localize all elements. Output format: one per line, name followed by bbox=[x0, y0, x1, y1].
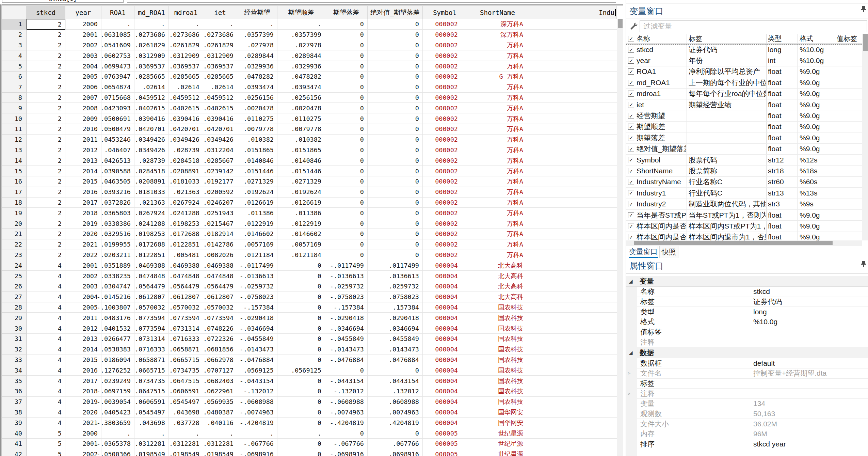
variable-checkbox[interactable]: ✓ bbox=[628, 124, 634, 130]
cell-IndustryName[interactable] bbox=[528, 344, 617, 355]
cell-qwlc[interactable]: -.157384 bbox=[325, 302, 368, 313]
cell-stkcd[interactable]: 2 bbox=[27, 239, 65, 250]
row-number-cell[interactable]: 11 bbox=[2, 124, 27, 135]
cell-jdz[interactable]: 0 bbox=[368, 124, 423, 135]
cell-stkcd[interactable]: 2 bbox=[27, 229, 65, 239]
cell-iet[interactable]: .0261829 bbox=[203, 40, 237, 51]
cell-md_ROA1[interactable]: .0312909 bbox=[134, 50, 169, 61]
cell-IndustryName[interactable] bbox=[528, 40, 617, 51]
cell-jyqw[interactable]: -.0136613 bbox=[237, 271, 277, 281]
cell-iet[interactable]: .0215467 bbox=[203, 218, 237, 229]
cell-qwsc[interactable]: . bbox=[277, 19, 325, 30]
row-number-cell[interactable]: 28 bbox=[2, 302, 27, 313]
cell-Symbol[interactable]: 000004 bbox=[423, 397, 467, 407]
row-number-cell[interactable]: 2 bbox=[2, 30, 27, 40]
col-header-format[interactable]: 格式 bbox=[800, 34, 813, 43]
row-number-cell[interactable]: 42 bbox=[2, 449, 27, 456]
cell-IndustryName[interactable] bbox=[528, 198, 617, 208]
cell-Symbol[interactable]: 000002 bbox=[423, 82, 467, 93]
cell-iet[interactable]: .0748226 bbox=[203, 323, 237, 334]
variable-row[interactable]: ✓期望落差float%9.0g bbox=[626, 132, 862, 143]
cell-jyqw[interactable]: .0289844 bbox=[237, 50, 277, 61]
cell-ROA1[interactable]: .0602753 bbox=[101, 50, 134, 61]
cell-mdroa1[interactable]: . bbox=[169, 428, 203, 439]
cell-iet[interactable]: .0773594 bbox=[203, 313, 237, 323]
cell-stkcd[interactable]: 4 bbox=[27, 271, 65, 281]
cell-ROA1[interactable]: .046407 bbox=[101, 145, 134, 156]
cell-qwlc[interactable]: 0 bbox=[325, 155, 368, 166]
col-header-name[interactable]: 名称 bbox=[637, 34, 650, 43]
cell-ROA1[interactable]: .0538383 bbox=[101, 344, 134, 355]
cell-mdroa1[interactable]: .0312909 bbox=[169, 50, 203, 61]
cell-Symbol[interactable]: 000004 bbox=[423, 313, 467, 323]
cell-stkcd[interactable]: 4 bbox=[27, 344, 65, 355]
cell-iet[interactable]: .0142786 bbox=[203, 239, 237, 250]
cell-year[interactable]: 2018 bbox=[65, 386, 101, 397]
cell-Symbol[interactable]: 000004 bbox=[423, 365, 467, 376]
cell-md_ROA1[interactable]: .02614 bbox=[134, 82, 169, 93]
cell-Symbol[interactable]: 000004 bbox=[423, 407, 467, 418]
cell-md_ROA1[interactable]: .0606591 bbox=[134, 397, 169, 407]
cell-md_ROA1[interactable]: .0241288 bbox=[134, 218, 169, 229]
cell-mdroa1[interactable]: .005481 bbox=[169, 250, 203, 261]
cell-jdz[interactable]: 0 bbox=[368, 72, 423, 82]
variables-horizontal-scrollbar[interactable] bbox=[626, 240, 862, 246]
cell-md_ROA1[interactable]: .0402615 bbox=[134, 103, 169, 113]
cell-ROA1[interactable]: -.0039054 bbox=[101, 397, 134, 407]
cell-qwlc[interactable]: 0 bbox=[325, 50, 368, 61]
cell-qwsc[interactable]: .0121184 bbox=[277, 250, 325, 261]
cell-ShortName[interactable]: 万科A bbox=[467, 40, 528, 51]
cell-year[interactable]: 2011 bbox=[65, 313, 101, 323]
cell-qwsc[interactable]: .010382 bbox=[277, 135, 325, 145]
variable-checkbox[interactable]: ✓ bbox=[628, 212, 634, 218]
cell-iet[interactable]: .0246207 bbox=[203, 198, 237, 208]
variable-checkbox[interactable]: ✓ bbox=[628, 102, 634, 108]
cell-IndustryName[interactable] bbox=[528, 176, 617, 187]
row-number-cell[interactable]: 26 bbox=[2, 281, 27, 292]
cell-jyqw[interactable]: .0079778 bbox=[237, 124, 277, 135]
cell-md_ROA1[interactable]: . bbox=[134, 428, 169, 439]
property-value[interactable]: stkcd bbox=[753, 287, 770, 297]
cell-IndustryName[interactable] bbox=[528, 72, 617, 82]
cell-stkcd[interactable]: 2 bbox=[27, 145, 65, 156]
cell-jyqw[interactable]: .0121184 bbox=[237, 250, 277, 261]
cell-qwlc[interactable]: -.0608988 bbox=[325, 397, 368, 407]
cell-md_ROA1[interactable]: .0731314 bbox=[134, 334, 169, 344]
cell-qwsc[interactable]: .0478282 bbox=[277, 72, 325, 82]
cell-qwsc[interactable]: 0 bbox=[277, 313, 325, 323]
cell-md_ROA1[interactable]: .0261829 bbox=[134, 40, 169, 51]
cell-IndustryName[interactable] bbox=[528, 239, 617, 250]
cell-ROA1[interactable]: .0304747 bbox=[101, 281, 134, 292]
cell-year[interactable]: 2002 bbox=[65, 449, 101, 456]
cell-stkcd[interactable]: 4 bbox=[27, 386, 65, 397]
cell-jyqw[interactable]: -.0259732 bbox=[237, 281, 277, 292]
cell-ROA1[interactable]: -.3803659 bbox=[101, 418, 134, 428]
cell-mdroa1[interactable]: .0459512 bbox=[169, 93, 203, 103]
cell-qwsc[interactable]: 0 bbox=[277, 292, 325, 302]
row-number-cell[interactable]: 39 bbox=[2, 418, 27, 428]
cell-iet[interactable]: .0612807 bbox=[203, 292, 237, 302]
cell-Symbol[interactable]: 000002 bbox=[423, 50, 467, 61]
cell-year[interactable]: 2001 bbox=[65, 30, 101, 40]
cell-jdz[interactable]: 0 bbox=[368, 365, 423, 376]
cell-qwsc[interactable]: .011386 bbox=[277, 208, 325, 218]
cell-qwlc[interactable]: -.0476884 bbox=[325, 355, 368, 365]
cell-iet[interactable]: .0707127 bbox=[203, 365, 237, 376]
cell-jdz[interactable]: 0 bbox=[368, 145, 423, 156]
cell-ROA1[interactable]: .0405423 bbox=[101, 407, 134, 418]
pin-icon[interactable] bbox=[860, 5, 867, 12]
cell-qwlc[interactable]: -.0346694 bbox=[325, 323, 368, 334]
cell-ShortName[interactable]: 北大高科 bbox=[467, 281, 528, 292]
cell-qwlc[interactable]: 0 bbox=[325, 113, 368, 124]
row-number-cell[interactable]: 32 bbox=[2, 344, 27, 355]
cell-qwlc[interactable]: 0 bbox=[325, 428, 368, 439]
cell-jyqw[interactable]: -.0608988 bbox=[237, 397, 277, 407]
cell-jdz[interactable]: 0 bbox=[368, 61, 423, 72]
cell-IndustryName[interactable] bbox=[528, 292, 617, 302]
cell-jdz[interactable]: .0443154 bbox=[368, 376, 423, 386]
cell-ROA1[interactable]: .0186094 bbox=[101, 355, 134, 365]
cell-qwsc[interactable]: .0393474 bbox=[277, 82, 325, 93]
property-value[interactable]: default bbox=[753, 358, 775, 368]
cell-ShortName[interactable]: 深万科A bbox=[467, 19, 528, 30]
cell-qwsc[interactable]: .0079778 bbox=[277, 124, 325, 135]
